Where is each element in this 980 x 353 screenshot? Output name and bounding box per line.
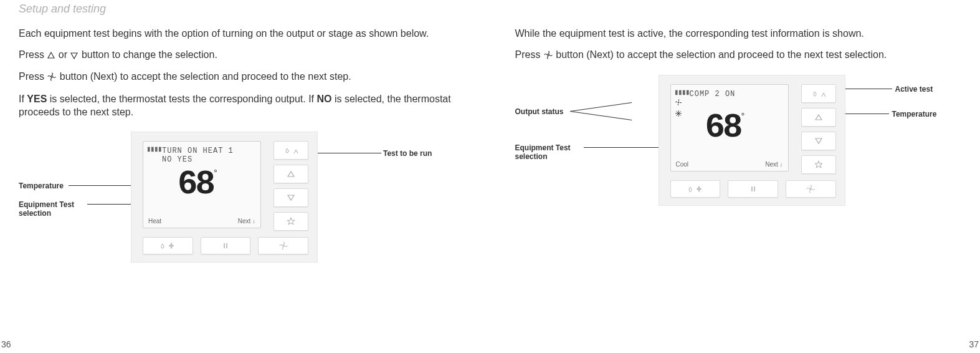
flame-light-button[interactable] — [801, 84, 836, 103]
svg-point-9 — [548, 54, 549, 56]
text-yes: YES — [27, 94, 47, 104]
text-fragment: Press — [19, 49, 47, 60]
device-diagram-left: Temperature Equipment Test selection Tes… — [19, 132, 465, 294]
text-fragment: button (Next) to accept the selection an… — [556, 49, 887, 60]
down-button[interactable] — [801, 132, 836, 150]
status-icon-stack — [675, 99, 682, 121]
signal-icon: ▮▮▮▮ — [675, 89, 690, 95]
thermostat-screen: ▮▮▮▮ TURN ON HEAT 1 NO YES 68° Heat Next… — [143, 141, 261, 228]
svg-marker-17 — [815, 161, 822, 168]
text-no: NO — [317, 94, 332, 104]
text-fragment: Press — [19, 71, 47, 82]
text-fragment: button (Next) to accept the selection an… — [60, 71, 351, 82]
triangle-down-icon — [70, 49, 78, 63]
svg-point-20 — [810, 188, 812, 190]
temperature-value: 68 — [178, 165, 213, 203]
screen-line2: NO YES — [162, 155, 193, 164]
page-number-left: 36 — [1, 339, 11, 349]
callout-output-status: Output status — [515, 107, 564, 116]
text-fragment: Press — [515, 49, 543, 60]
svg-marker-5 — [287, 218, 295, 225]
right-column: While the equipment test is active, the … — [515, 27, 962, 294]
pause-button[interactable] — [728, 180, 778, 198]
up-button[interactable] — [801, 108, 836, 127]
heat-cool-button[interactable] — [670, 180, 721, 198]
svg-point-10 — [677, 102, 678, 103]
text-fragment: If — [19, 94, 27, 104]
triangle-up-icon — [47, 49, 55, 63]
svg-point-2 — [51, 76, 53, 78]
svg-marker-16 — [816, 138, 822, 143]
paragraph-intro: Each equipment test begins with the opti… — [19, 27, 465, 41]
text-fragment: button to change the selection. — [82, 49, 217, 60]
up-button[interactable] — [274, 165, 308, 183]
callout-temperature: Temperature — [19, 181, 64, 190]
fan-status-icon — [675, 99, 682, 107]
svg-marker-0 — [48, 52, 54, 58]
callout-equipment-test-selection: Equipment Test selection — [515, 143, 584, 161]
screen-message: COMP 2 ON — [690, 90, 736, 99]
paragraph-active-info: While the equipment test is active, the … — [515, 27, 962, 41]
paragraph-change-selection: Press or button to change the selection. — [19, 48, 465, 63]
thermostat-device: ▮▮▮▮ COMP 2 ON 68° Cool Next ↓ — [659, 75, 845, 206]
left-column: Each equipment test begins with the opti… — [19, 27, 465, 294]
device-diagram-right: Output status Equipment Test selection A… — [515, 75, 962, 237]
callout-temperature: Temperature — [892, 110, 937, 118]
callout-line — [569, 102, 631, 112]
callout-active-test: Active test — [895, 85, 933, 94]
text-fragment: is selected, the thermostat tests the co… — [50, 94, 317, 104]
snowflake-status-icon — [675, 110, 682, 118]
screen-temperature: 68° — [178, 165, 218, 203]
screen-message: TURN ON HEAT 1 NO YES — [162, 147, 234, 165]
screen-mode-label: Cool — [676, 161, 689, 168]
svg-marker-15 — [816, 115, 822, 120]
down-button[interactable] — [274, 188, 308, 207]
paragraph-yes-no: If YES is selected, the thermostat tests… — [19, 92, 465, 119]
flame-light-button[interactable] — [274, 141, 308, 160]
fan-icon — [47, 71, 56, 85]
thermostat-device: ▮▮▮▮ TURN ON HEAT 1 NO YES 68° Heat Next… — [131, 132, 318, 263]
callout-test-to-be-run: Test to be run — [383, 149, 432, 158]
fan-button[interactable] — [786, 180, 836, 198]
screen-temperature: 68° — [705, 109, 746, 147]
screen-mode-label: Heat — [148, 218, 161, 225]
paragraph-next: Press button (Next) to accept the select… — [19, 70, 465, 85]
star-button[interactable] — [801, 155, 836, 174]
fan-icon — [544, 49, 553, 63]
signal-icon: ▮▮▮▮ — [147, 145, 162, 152]
svg-marker-4 — [288, 195, 294, 200]
page-number-right: 37 — [969, 339, 979, 349]
star-button[interactable] — [274, 212, 308, 231]
thermostat-screen: ▮▮▮▮ COMP 2 ON 68° Cool Next ↓ — [670, 84, 789, 172]
temperature-value: 68 — [705, 109, 741, 147]
pause-button[interactable] — [201, 237, 251, 254]
svg-point-8 — [282, 245, 284, 247]
paragraph-next-right: Press button (Next) to accept the select… — [515, 48, 962, 63]
callout-line — [569, 111, 631, 120]
screen-line1: TURN ON HEAT 1 — [162, 147, 234, 155]
fan-button[interactable] — [258, 237, 308, 254]
svg-marker-3 — [288, 172, 294, 176]
svg-marker-1 — [71, 53, 77, 59]
screen-next-label: Next ↓ — [238, 218, 255, 225]
text-fragment: or — [59, 49, 70, 60]
screen-next-label: Next ↓ — [765, 161, 783, 168]
heat-cool-button[interactable] — [143, 237, 193, 254]
section-title: Setup and testing — [19, 2, 961, 16]
callout-equipment-test-selection: Equipment Test selection — [19, 200, 87, 218]
